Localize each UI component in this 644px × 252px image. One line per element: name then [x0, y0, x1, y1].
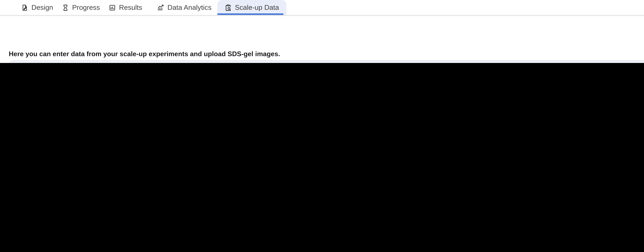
tab-scale-up-data[interactable]: Scale-up Data: [218, 0, 286, 15]
tab-label: Scale-up Data: [235, 4, 279, 11]
tab-progress[interactable]: Progress: [62, 0, 100, 15]
intro-text: Here you can enter data from your scale-…: [9, 50, 280, 58]
tab-label: Progress: [72, 4, 100, 11]
tab-data-analytics[interactable]: Data Analytics: [157, 0, 212, 15]
progress-icon: [62, 4, 69, 11]
tab-label: Design: [32, 4, 53, 11]
scale-up-data-icon: [225, 4, 232, 11]
tab-label: Data Analytics: [168, 4, 212, 11]
card-header-band: Combination Predicted Yield Scale-up Res…: [10, 61, 644, 63]
tab-bar-divider: [0, 15, 644, 16]
data-analytics-icon: [157, 4, 164, 11]
tab-label: Results: [119, 4, 142, 11]
tab-bar: Design Progress Results Data Analytics S…: [0, 0, 644, 16]
tab-design[interactable]: Design: [21, 0, 53, 15]
scale-up-data-page: Design Progress Results Data Analytics S…: [0, 0, 644, 63]
design-icon: [21, 4, 28, 11]
results-icon: [109, 4, 116, 11]
active-tab-underline: [218, 14, 283, 15]
combinations-card: Combination Predicted Yield Scale-up Res…: [9, 60, 644, 63]
tab-results[interactable]: Results: [109, 0, 142, 15]
